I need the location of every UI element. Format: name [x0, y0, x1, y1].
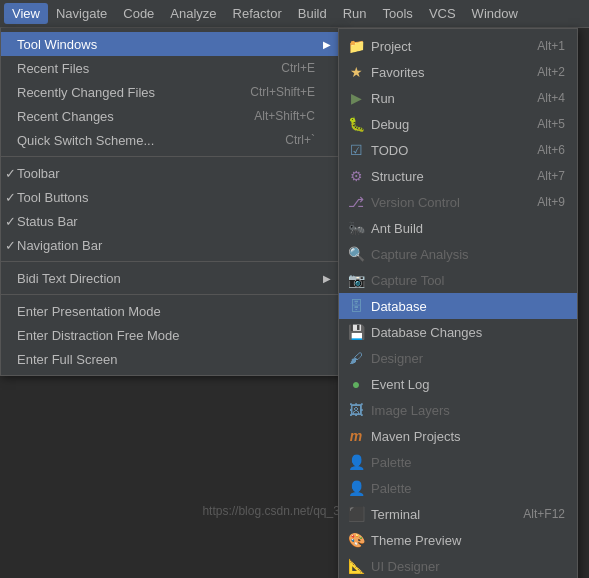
debug-icon: 🐛: [347, 115, 365, 133]
database-changes-label: Database Changes: [371, 325, 482, 340]
todo-label: TODO: [371, 143, 408, 158]
submenu-item-palette-2: 👤 Palette: [339, 475, 577, 501]
recent-files-shortcut: Ctrl+E: [261, 61, 315, 75]
submenu-item-database-changes[interactable]: 💾 Database Changes: [339, 319, 577, 345]
event-log-icon: ●: [347, 375, 365, 393]
menu-item-full-screen[interactable]: Enter Full Screen: [1, 347, 339, 371]
capture-analysis-label: Capture Analysis: [371, 247, 469, 262]
menu-build[interactable]: Build: [290, 3, 335, 24]
menu-item-tool-buttons[interactable]: Tool Buttons: [1, 185, 339, 209]
vcs-label: Version Control: [371, 195, 460, 210]
submenu-item-ant-build[interactable]: 🐜 Ant Build: [339, 215, 577, 241]
menu-item-recent-changes[interactable]: Recent Changes Alt+Shift+C: [1, 104, 339, 128]
submenu-item-theme-preview[interactable]: 🎨 Theme Preview: [339, 527, 577, 553]
submenu-item-todo[interactable]: ☑ TODO Alt+6: [339, 137, 577, 163]
run-label: Run: [371, 91, 395, 106]
submenu-item-designer: 🖌 Designer: [339, 345, 577, 371]
structure-icon: ⚙: [347, 167, 365, 185]
vcs-shortcut: Alt+9: [537, 195, 565, 209]
project-label: Project: [371, 39, 411, 54]
submenu-item-vcs: ⎇ Version Control Alt+9: [339, 189, 577, 215]
recent-changes-shortcut: Alt+Shift+C: [234, 109, 315, 123]
recently-changed-shortcut: Ctrl+Shift+E: [230, 85, 315, 99]
ui-designer-label: UI Designer: [371, 559, 440, 574]
menu-tools[interactable]: Tools: [375, 3, 421, 24]
maven-label: Maven Projects: [371, 429, 461, 444]
submenu-item-favorites[interactable]: ★ Favorites Alt+2: [339, 59, 577, 85]
submenu-item-event-log[interactable]: ● Event Log: [339, 371, 577, 397]
menu-vcs[interactable]: VCS: [421, 3, 464, 24]
database-icon: 🗄: [347, 297, 365, 315]
menu-window[interactable]: Window: [464, 3, 526, 24]
recent-files-label: Recent Files: [17, 61, 89, 76]
debug-shortcut: Alt+5: [537, 117, 565, 131]
menu-navigate[interactable]: Navigate: [48, 3, 115, 24]
menu-item-toolbar[interactable]: Toolbar: [1, 161, 339, 185]
debug-label: Debug: [371, 117, 409, 132]
recent-changes-label: Recent Changes: [17, 109, 114, 124]
bidi-label: Bidi Text Direction: [17, 271, 121, 286]
recently-changed-label: Recently Changed Files: [17, 85, 155, 100]
event-log-label: Event Log: [371, 377, 430, 392]
submenu-item-run[interactable]: ▶ Run Alt+4: [339, 85, 577, 111]
menu-item-tool-windows[interactable]: Tool Windows: [1, 32, 339, 56]
favorites-shortcut: Alt+2: [537, 65, 565, 79]
palette-1-icon: 👤: [347, 453, 365, 471]
menu-item-navigation-bar[interactable]: Navigation Bar: [1, 233, 339, 257]
theme-preview-label: Theme Preview: [371, 533, 461, 548]
capture-tool-label: Capture Tool: [371, 273, 444, 288]
menu-refactor[interactable]: Refactor: [225, 3, 290, 24]
favorites-label: Favorites: [371, 65, 424, 80]
menu-item-presentation[interactable]: Enter Presentation Mode: [1, 299, 339, 323]
submenu-item-debug[interactable]: 🐛 Debug Alt+5: [339, 111, 577, 137]
image-layers-label: Image Layers: [371, 403, 450, 418]
submenu-item-capture-tool: 📷 Capture Tool: [339, 267, 577, 293]
submenu-item-project[interactable]: 📁 Project Alt+1: [339, 33, 577, 59]
ant-build-label: Ant Build: [371, 221, 423, 236]
project-icon: 📁: [347, 37, 365, 55]
menu-item-recent-files[interactable]: Recent Files Ctrl+E: [1, 56, 339, 80]
menu-code[interactable]: Code: [115, 3, 162, 24]
run-icon: ▶: [347, 89, 365, 107]
presentation-label: Enter Presentation Mode: [17, 304, 161, 319]
submenu-item-palette-1: 👤 Palette: [339, 449, 577, 475]
distraction-free-label: Enter Distraction Free Mode: [17, 328, 180, 343]
submenu-item-maven[interactable]: m Maven Projects: [339, 423, 577, 449]
menu-item-status-bar[interactable]: Status Bar: [1, 209, 339, 233]
capture-tool-icon: 📷: [347, 271, 365, 289]
status-bar-label: Status Bar: [17, 214, 78, 229]
designer-label: Designer: [371, 351, 423, 366]
menu-item-recently-changed[interactable]: Recently Changed Files Ctrl+Shift+E: [1, 80, 339, 104]
menu-item-quick-switch[interactable]: Quick Switch Scheme... Ctrl+`: [1, 128, 339, 152]
submenu-item-capture-analysis: 🔍 Capture Analysis: [339, 241, 577, 267]
separator-3: [1, 294, 339, 295]
menu-run[interactable]: Run: [335, 3, 375, 24]
structure-shortcut: Alt+7: [537, 169, 565, 183]
submenu-item-ui-designer: 📐 UI Designer: [339, 553, 577, 578]
menu-analyze[interactable]: Analyze: [162, 3, 224, 24]
separator-2: [1, 261, 339, 262]
menu-item-distraction-free[interactable]: Enter Distraction Free Mode: [1, 323, 339, 347]
project-shortcut: Alt+1: [537, 39, 565, 53]
designer-icon: 🖌: [347, 349, 365, 367]
full-screen-label: Enter Full Screen: [17, 352, 117, 367]
capture-analysis-icon: 🔍: [347, 245, 365, 263]
navigation-bar-label: Navigation Bar: [17, 238, 102, 253]
submenu-item-structure[interactable]: ⚙ Structure Alt+7: [339, 163, 577, 189]
submenu-item-database[interactable]: 🗄 Database: [339, 293, 577, 319]
toolbar-label: Toolbar: [17, 166, 60, 181]
terminal-shortcut: Alt+F12: [523, 507, 565, 521]
submenu-item-terminal[interactable]: ⬛ Terminal Alt+F12: [339, 501, 577, 527]
theme-preview-icon: 🎨: [347, 531, 365, 549]
image-layers-icon: 🖼: [347, 401, 365, 419]
database-label: Database: [371, 299, 427, 314]
menubar: View Navigate Code Analyze Refactor Buil…: [0, 0, 589, 28]
menu-item-bidi[interactable]: Bidi Text Direction: [1, 266, 339, 290]
quick-switch-label: Quick Switch Scheme...: [17, 133, 154, 148]
database-changes-icon: 💾: [347, 323, 365, 341]
todo-icon: ☑: [347, 141, 365, 159]
favorites-icon: ★: [347, 63, 365, 81]
palette-1-label: Palette: [371, 455, 411, 470]
menu-view[interactable]: View: [4, 3, 48, 24]
maven-icon: m: [347, 427, 365, 445]
